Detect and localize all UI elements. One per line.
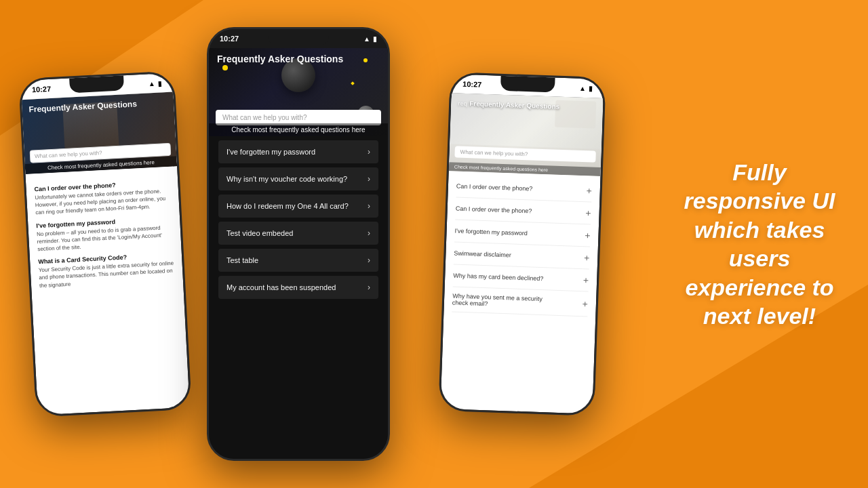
right-faq-label-1: Can I order over the phone? [456, 205, 532, 215]
faq-item-center-3[interactable]: Test video embeded › [218, 222, 378, 245]
faq-label-center-2: How do I redeem my One 4 All card? [226, 202, 349, 210]
hero-banner-left: Frequently Asker Questions What can we h… [22, 92, 177, 174]
chevron-icon-3: › [368, 228, 370, 238]
confetti-1 [222, 65, 228, 70]
notch-center [268, 29, 329, 45]
hero-subtitle-center: Check most frequently asked questions he… [209, 123, 388, 136]
promo-text: Fully responsive UI which takes users ex… [671, 158, 848, 331]
faq-label-center-3: Test video embeded [226, 229, 293, 237]
faq-item-center-5[interactable]: My account has been suspended › [218, 276, 378, 299]
plus-icon-1: + [585, 207, 591, 218]
plus-icon-5: + [583, 298, 589, 309]
status-icons-right: ▲ ▮ [579, 84, 593, 92]
notch-left [69, 75, 124, 93]
chevron-icon-5: › [368, 283, 370, 292]
faq-label-center-1: Why isn't my voucher code working? [226, 175, 347, 183]
phone-center: 10:27 ▲ ▮ Freque [207, 27, 390, 461]
battery-icon: ▮ [157, 79, 162, 87]
chevron-icon-2: › [368, 201, 370, 211]
status-time-right: 10:27 [462, 80, 482, 89]
battery-icon-center: ▮ [373, 35, 377, 43]
right-faq-label-0: Can I order over the phone? [456, 183, 533, 192]
right-faq-list: Can I order over the phone? + Can I orde… [443, 171, 600, 321]
chevron-icon-1: › [368, 174, 370, 184]
plus-icon-0: + [586, 185, 592, 196]
right-faq-label-5: Why have you sent me a security check em… [452, 292, 558, 309]
hero-banner-right: req Frequently Asker Questions What can … [449, 93, 604, 176]
right-faq-item-5[interactable]: Why have you sent me a security check em… [452, 287, 588, 317]
hero-title-center: Frequently Asker Questions [217, 54, 380, 64]
right-faq-label-2: I've forgotten my password [454, 228, 528, 237]
phone-right: 10:27 ▲ ▮ req Frequently Asker Questions [438, 72, 606, 416]
page-container: 10:27 ▲ ▮ Frequently Asker Questions Wha… [0, 0, 868, 488]
center-faq-list: I've forgotten my password › Why isn't m… [209, 136, 388, 307]
faq-item-center-0[interactable]: I've forgotten my password › [218, 140, 378, 163]
status-time-left: 10:27 [32, 85, 52, 94]
wifi-icon-center: ▲ [363, 35, 370, 43]
chevron-icon-4: › [368, 256, 370, 265]
status-time-center: 10:27 [220, 35, 239, 43]
notch-right [500, 76, 555, 93]
faq-item-center-1[interactable]: Why isn't my voucher code working? › [218, 167, 378, 190]
phone-left-screen: Frequently Asker Questions What can we h… [22, 92, 190, 415]
faq-label-center-0: I've forgotten my password [226, 148, 315, 156]
faq-item-center-2[interactable]: How do I redeem my One 4 All card? › [218, 195, 378, 218]
confetti-3 [351, 81, 355, 85]
status-icons-center: ▲ ▮ [363, 35, 377, 43]
faq-label-center-4: Test table [226, 256, 258, 264]
faq-item-center-4[interactable]: Test table › [218, 249, 378, 272]
plus-icon-2: + [585, 230, 591, 241]
left-phone-faq: Can I order over the phone? Unfortunatel… [25, 166, 183, 296]
wifi-icon: ▲ [149, 79, 155, 87]
faq-label-center-5: My account has been suspended [226, 283, 336, 291]
battery-icon-right: ▮ [589, 85, 593, 92]
plus-icon-4: + [583, 274, 589, 285]
hero-banner-center: Frequently Asker Questions What can we h… [209, 48, 388, 136]
wifi-icon-right: ▲ [579, 84, 586, 92]
plus-icon-3: + [584, 252, 590, 263]
hero-title-center-container: Frequently Asker Questions [217, 54, 380, 64]
chevron-icon-0: › [368, 147, 370, 157]
right-faq-label-4: Why has my card been declined? [453, 272, 543, 282]
promo-text-panel: Fully responsive UI which takes users ex… [651, 0, 868, 488]
hero-title-left: Frequently Asker Questions [28, 98, 167, 115]
phone-center-screen: Frequently Asker Questions What can we h… [209, 48, 388, 459]
status-icons-left: ▲ ▮ [149, 79, 162, 87]
phone-right-screen: req Frequently Asker Questions What can … [440, 93, 603, 414]
phone-left: 10:27 ▲ ▮ Frequently Asker Questions Wha… [18, 70, 192, 417]
right-faq-label-3: Swimwear disclaimer [454, 250, 511, 259]
